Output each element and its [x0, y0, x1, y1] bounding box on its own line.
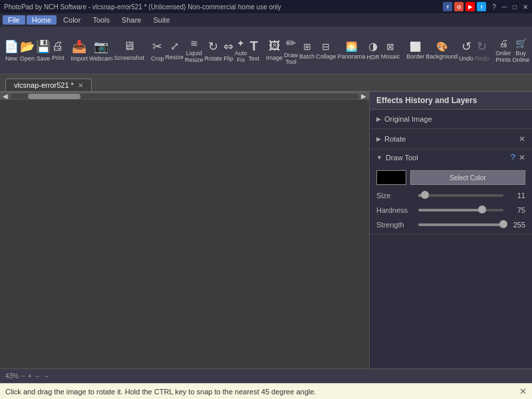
open-button[interactable]: 📂 Open	[20, 29, 35, 72]
hint-close-button[interactable]: ✕	[519, 386, 527, 396]
batch-button[interactable]: ⊞ Batch	[299, 29, 315, 72]
background-button[interactable]: 🎨 Background	[426, 29, 458, 72]
rotate-section: ▶ Rotate ✕	[370, 129, 532, 150]
print-button[interactable]: 🖨 Print	[52, 29, 65, 72]
status-bar: 43% − + ← →	[0, 368, 532, 383]
menu-color[interactable]: Color	[58, 15, 86, 25]
open-icon: 📂	[20, 39, 35, 54]
undo-button[interactable]: ↺ Undo	[459, 29, 473, 72]
title-bar: PhotoPad by NCH Software - vlcsnap-error…	[0, 0, 532, 13]
close-button[interactable]: ✕	[523, 3, 528, 11]
rotate-close-button[interactable]: ✕	[519, 134, 525, 144]
social-buttons: f G ▶ t ? ─ □ ✕	[443, 2, 528, 11]
rotate-button[interactable]: ↻ Rotate	[205, 29, 223, 72]
screenshot-icon: 🖥	[123, 39, 135, 53]
rotate-header[interactable]: ▶ Rotate ✕	[376, 132, 525, 146]
maximize-button[interactable]: □	[513, 3, 517, 11]
screenshot-button[interactable]: 🖥 Screenshot	[114, 29, 144, 72]
buy-online-icon: 🛒	[515, 38, 527, 49]
hardness-slider-row: Hardness 75	[376, 206, 525, 214]
draw-tool-header[interactable]: ▼ Draw Tool ? ✕	[370, 150, 532, 165]
image-icon: 🖼	[269, 39, 281, 53]
save-button[interactable]: 💾 Save	[36, 29, 51, 72]
twitter-icon[interactable]: t	[477, 2, 486, 11]
order-prints-icon: 🖨	[499, 38, 508, 49]
hardness-value: 75	[509, 206, 525, 214]
original-image-label: Original Image	[384, 115, 432, 123]
original-image-header[interactable]: ▶ Original Image	[376, 112, 525, 126]
resize-icon: ⤢	[170, 40, 179, 53]
new-button[interactable]: 📄 New	[4, 29, 19, 72]
auto-fix-button[interactable]: ✦ Auto Fix	[235, 29, 247, 72]
tab-label: vlcsnap-error521 *	[14, 81, 74, 89]
collage-button[interactable]: ⊟ Collage	[316, 29, 336, 72]
webcam-button[interactable]: 📷 Webcam	[89, 29, 112, 72]
help-button[interactable]: ?	[492, 3, 496, 11]
strength-track[interactable]	[418, 223, 503, 226]
tab-bar: vlcsnap-error521 * ✕	[0, 74, 532, 92]
hint-text: Click and drag the image to rotate it. H…	[5, 388, 316, 396]
text-icon: T	[250, 39, 258, 54]
webcam-icon: 📷	[94, 39, 108, 54]
liquid-resize-button[interactable]: ≋ Liquid Resize	[185, 29, 203, 72]
menu-share[interactable]: Share	[116, 15, 146, 25]
text-button[interactable]: T Text	[249, 29, 260, 72]
panorama-button[interactable]: 🌅 Panorama	[338, 29, 366, 72]
flip-icon: ⇔	[223, 39, 233, 54]
horizontal-scrollbar[interactable]: ◀ ▶	[0, 92, 369, 100]
app-title: PhotoPad by NCH Software - vlcsnap-error…	[4, 3, 281, 11]
scrollbar-thumb[interactable]	[28, 94, 80, 99]
zoom-arrows[interactable]: ← →	[35, 372, 50, 380]
color-row: Select Color	[376, 170, 525, 185]
draw-tool-controls: Select Color Size 11 Hardness	[370, 165, 532, 234]
color-swatch[interactable]	[376, 170, 406, 185]
crop-button[interactable]: ✂ Crop	[151, 29, 164, 72]
draw-tool-icon: ✏	[286, 36, 296, 51]
strength-thumb[interactable]	[499, 220, 507, 228]
auto-fix-icon: ✦	[237, 38, 245, 49]
flip-button[interactable]: ⇔ Flip	[223, 29, 233, 72]
tab-close-button[interactable]: ✕	[78, 82, 83, 89]
hardness-track[interactable]	[418, 209, 503, 211]
new-icon: 📄	[4, 39, 19, 54]
google-icon[interactable]: G	[454, 2, 464, 11]
zoom-minus-button[interactable]: −	[21, 372, 25, 380]
resize-button[interactable]: ⤢ Resize	[165, 29, 184, 72]
mosaic-icon: ⊠	[386, 41, 394, 52]
canvas-wrapper: 〰〰 Darling, the only ghoul in the house …	[0, 92, 369, 368]
image-button[interactable]: 🖼 Image	[266, 29, 283, 72]
size-label: Size	[376, 192, 413, 200]
menu-bar: File Home Color Tools Share Suite	[0, 13, 532, 27]
menu-file[interactable]: File	[3, 15, 25, 25]
file-tab[interactable]: vlcsnap-error521 * ✕	[5, 78, 92, 91]
zoom-value: 43%	[5, 372, 19, 380]
youtube-icon[interactable]: ▶	[466, 2, 475, 11]
minimize-button[interactable]: ─	[502, 3, 507, 11]
expand-arrow-drawtool: ▼	[376, 154, 382, 161]
menu-tools[interactable]: Tools	[87, 15, 115, 25]
hardness-thumb[interactable]	[478, 205, 486, 213]
menu-home[interactable]: Home	[27, 15, 57, 25]
size-thumb[interactable]	[421, 191, 429, 199]
order-prints-button[interactable]: 🖨 Order Prints	[495, 29, 511, 72]
draw-tool-info-button[interactable]: ?	[511, 152, 515, 162]
rotate-label: Rotate	[384, 135, 406, 143]
buy-online-button[interactable]: 🛒 Buy Online	[512, 29, 529, 72]
size-track[interactable]	[418, 194, 503, 197]
facebook-icon[interactable]: f	[443, 2, 452, 11]
scroll-left-button[interactable]: ◀	[3, 92, 8, 100]
import-button[interactable]: 📥 Import	[71, 29, 88, 72]
select-color-button[interactable]: Select Color	[410, 170, 525, 185]
border-button[interactable]: ⬜ Border	[406, 29, 424, 72]
draw-tool-close-button[interactable]: ✕	[519, 153, 525, 162]
toolbar: 📄 New 📂 Open 💾 Save 🖨 Print 📥 Import 📷 W…	[0, 27, 532, 74]
import-icon: 📥	[72, 39, 86, 54]
hdr-button[interactable]: ◑ HDR	[366, 29, 380, 72]
menu-suite[interactable]: Suite	[148, 15, 175, 25]
scroll-right-button[interactable]: ▶	[361, 92, 366, 100]
redo-button[interactable]: ↻ Redo	[475, 29, 489, 72]
mosaic-button[interactable]: ⊠ Mosaic	[381, 29, 400, 72]
zoom-plus-button[interactable]: +	[28, 372, 32, 380]
draw-tool-button[interactable]: ✏ Draw Tool	[284, 29, 298, 72]
strength-fill	[418, 223, 503, 226]
